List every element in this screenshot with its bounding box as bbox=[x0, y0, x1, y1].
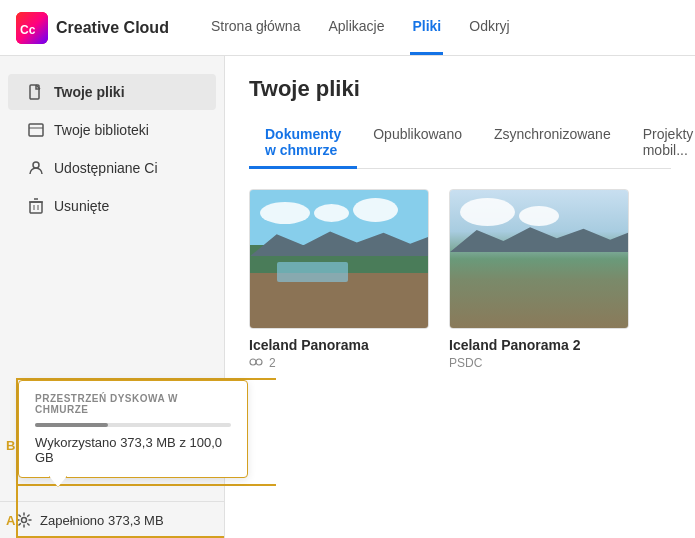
thumb-landscape-2 bbox=[450, 190, 628, 328]
sidebar-item-libraries[interactable]: Twoje biblioteki bbox=[8, 112, 216, 148]
file-icon bbox=[28, 84, 44, 100]
tab-cloud-docs[interactable]: Dokumenty w chmurze bbox=[249, 118, 357, 169]
top-navigation: Cc Creative Cloud Strona główna Aplikacj… bbox=[0, 0, 695, 56]
sidebar-item-shared[interactable]: Udostępniane Ci bbox=[8, 150, 216, 186]
label-a: A bbox=[6, 513, 15, 528]
storage-usage-text: Wykorzystano 373,3 MB z 100,0 GB bbox=[35, 435, 231, 465]
storage-tooltip-label: PRZESTRZEŃ DYSKOWA W CHMURZE bbox=[35, 393, 231, 415]
tab-published[interactable]: Opublikowano bbox=[357, 118, 478, 169]
nav-files[interactable]: Pliki bbox=[410, 0, 443, 55]
svg-point-14 bbox=[256, 359, 262, 365]
user-icon bbox=[28, 160, 44, 176]
storage-bar-fill bbox=[35, 423, 108, 427]
thumb-clouds-1 bbox=[250, 198, 428, 224]
label-b: B bbox=[6, 438, 15, 453]
file-type-2: PSDC bbox=[449, 356, 482, 370]
file-thumb-2 bbox=[449, 189, 629, 329]
file-collaborators-1: 2 bbox=[269, 356, 276, 370]
nav-home[interactable]: Strona główna bbox=[209, 0, 303, 55]
files-grid: Iceland Panorama 2 bbox=[225, 169, 695, 390]
nav-links: Strona główna Aplikacje Pliki Odkryj bbox=[209, 0, 512, 55]
sidebar: Twoje pliki Twoje biblioteki Udostępnian… bbox=[0, 56, 225, 538]
file-name-2: Iceland Panorama 2 bbox=[449, 337, 629, 353]
tab-mobile[interactable]: Projekty mobil... bbox=[627, 118, 695, 169]
storage-tooltip: PRZESTRZEŃ DYSKOWA W CHMURZE Wykorzystan… bbox=[18, 380, 248, 478]
nav-apps[interactable]: Aplikacje bbox=[326, 0, 386, 55]
file-card-1[interactable]: Iceland Panorama 2 bbox=[249, 189, 429, 370]
nav-discover[interactable]: Odkryj bbox=[467, 0, 511, 55]
sidebar-item-deleted-label: Usunięte bbox=[54, 198, 109, 214]
sidebar-bottom: Zapełniono 373,3 MB bbox=[0, 501, 224, 538]
cc-icon: Cc bbox=[16, 12, 48, 44]
thumb-water-1 bbox=[277, 262, 348, 283]
svg-point-12 bbox=[22, 518, 27, 523]
svg-rect-4 bbox=[29, 124, 43, 136]
file-meta-2: PSDC bbox=[449, 356, 629, 370]
page-header: Twoje pliki Dokumenty w chmurze Opubliko… bbox=[225, 56, 695, 169]
gear-icon[interactable] bbox=[16, 512, 32, 528]
sidebar-item-deleted[interactable]: Usunięte bbox=[8, 188, 216, 224]
trash-icon bbox=[28, 198, 44, 214]
file-thumb-1 bbox=[249, 189, 429, 329]
sidebar-item-shared-label: Udostępniane Ci bbox=[54, 160, 158, 176]
svg-rect-7 bbox=[30, 202, 42, 213]
tabs: Dokumenty w chmurze Opublikowano Zsynchr… bbox=[249, 118, 671, 169]
brand: Cc Creative Cloud bbox=[16, 12, 169, 44]
file-card-2[interactable]: Iceland Panorama 2 PSDC bbox=[449, 189, 629, 370]
main-content: Twoje pliki Dokumenty w chmurze Opubliko… bbox=[225, 56, 695, 538]
file-meta-1: 2 bbox=[249, 356, 429, 370]
sidebar-item-libraries-label: Twoje biblioteki bbox=[54, 122, 149, 138]
storage-bar-background bbox=[35, 423, 231, 427]
thumb-clouds-2 bbox=[450, 198, 628, 226]
library-icon bbox=[28, 122, 44, 138]
thumb-mountains-2 bbox=[450, 225, 628, 253]
sidebar-item-my-files-label: Twoje pliki bbox=[54, 84, 125, 100]
page-title: Twoje pliki bbox=[249, 76, 671, 102]
bottom-storage-text: Zapełniono 373,3 MB bbox=[40, 513, 164, 528]
svg-text:Cc: Cc bbox=[20, 23, 36, 37]
main-layout: Twoje pliki Twoje biblioteki Udostępnian… bbox=[0, 56, 695, 538]
thumb-mountains-1 bbox=[250, 229, 428, 257]
collaborators-icon bbox=[249, 358, 263, 368]
sidebar-item-my-files[interactable]: Twoje pliki bbox=[8, 74, 216, 110]
file-name-1: Iceland Panorama bbox=[249, 337, 429, 353]
svg-point-13 bbox=[250, 359, 256, 365]
brand-title: Creative Cloud bbox=[56, 19, 169, 37]
svg-point-6 bbox=[33, 162, 39, 168]
thumb-landscape-1 bbox=[250, 190, 428, 328]
tab-synced[interactable]: Zsynchronizowane bbox=[478, 118, 627, 169]
